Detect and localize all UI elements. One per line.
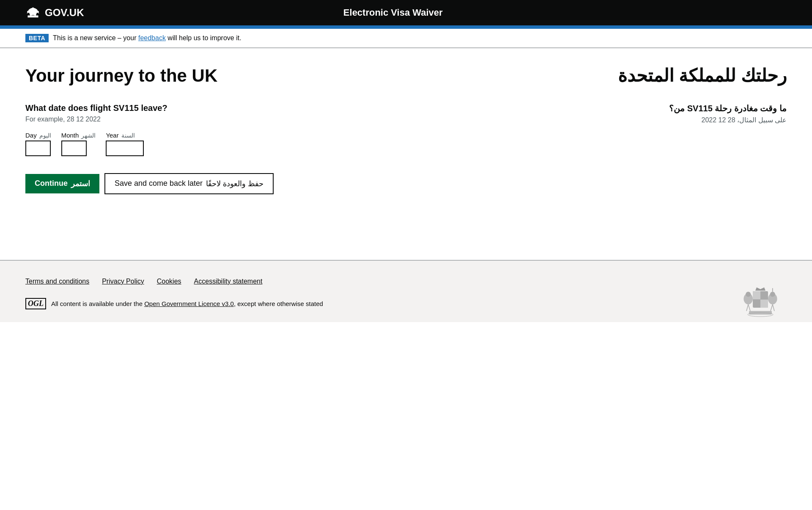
svg-line-14 [746, 304, 748, 311]
crown-icon [25, 6, 41, 19]
page-title-ar: رحلتك للمملكة المتحدة [575, 65, 787, 86]
svg-point-1 [32, 7, 33, 8]
save-button[interactable]: Save and come back later حفظ والعودة لاح… [104, 173, 274, 194]
buttons-row: Continue استمر Save and come back later … [25, 173, 279, 194]
ogl-logo: OGL [25, 298, 46, 309]
month-label: Month الشهر [61, 132, 96, 139]
svg-point-2 [27, 11, 28, 12]
page-title-en: Your journey to the UK [25, 65, 279, 86]
footer-link-privacy[interactable]: Privacy Policy [102, 278, 144, 285]
svg-line-16 [771, 304, 773, 311]
year-label: Year السنة [106, 132, 144, 139]
site-footer: Terms and conditions Privacy Policy Cook… [0, 260, 812, 322]
svg-rect-5 [753, 291, 760, 299]
year-field-group: Year السنة [106, 132, 144, 156]
beta-tag: BETA [25, 34, 49, 42]
svg-line-17 [773, 304, 774, 311]
footer-licence-text: All content is available under the Open … [51, 300, 323, 307]
day-field-group: Day اليوم [25, 132, 51, 156]
svg-rect-12 [749, 311, 772, 314]
beta-text: This is a new service – your feedback wi… [53, 34, 241, 42]
month-input[interactable] [61, 141, 87, 156]
blue-accent-bar [0, 25, 812, 29]
day-label: Day اليوم [25, 132, 51, 139]
ogl-link[interactable]: Open Government Licence v3.0 [144, 300, 234, 307]
main-content: Your journey to the UK What date does fl… [0, 48, 812, 260]
svg-point-10 [770, 292, 775, 297]
footer-bottom: OGL All content is available under the O… [25, 298, 787, 309]
footer-link-cookies[interactable]: Cookies [157, 278, 181, 285]
service-title: Electronic Visa Waiver [343, 7, 443, 18]
footer-link-accessibility[interactable]: Accessibility statement [194, 278, 263, 285]
crown-copyright: © Crown copyright [734, 273, 787, 322]
year-input[interactable] [106, 141, 144, 156]
svg-rect-0 [27, 15, 38, 17]
gov-uk-text: GOV.UK [45, 7, 84, 19]
feedback-link[interactable]: feedback [138, 34, 166, 41]
beta-text-before: This is a new service – your [53, 34, 138, 41]
question-label-en: What date does flight SV115 leave? [25, 103, 167, 113]
footer-link-terms[interactable]: Terms and conditions [25, 278, 89, 285]
beta-text-after: will help us to improve it. [166, 34, 241, 41]
date-fields: Day اليوم Month الشهر Year [25, 132, 279, 156]
gov-uk-logo[interactable]: GOV.UK [25, 6, 84, 19]
coat-of-arms-icon [735, 273, 786, 322]
svg-rect-6 [760, 300, 768, 308]
content-right: رحلتك للمملكة المتحدة ما وقت مغادرة رحلة… [575, 65, 787, 124]
question-label-ar: ما وقت مغادرة رحلة SV115 من؟ [575, 103, 787, 113]
day-input[interactable] [25, 141, 51, 156]
question-hint-en: For example, 28 12 2022 [25, 116, 279, 123]
svg-point-8 [746, 292, 751, 297]
footer-nav: Terms and conditions Privacy Policy Cook… [25, 278, 787, 285]
svg-point-3 [38, 11, 39, 12]
beta-banner: BETA This is a new service – your feedba… [0, 29, 812, 48]
svg-line-15 [748, 304, 750, 311]
site-header: GOV.UK Electronic Visa Waiver [0, 0, 812, 25]
month-field-group: Month الشهر [61, 132, 96, 156]
flight-date-fieldset: What date does flight SV115 leave? For e… [25, 103, 279, 173]
content-left: Your journey to the UK What date does fl… [25, 65, 279, 194]
question-hint-ar: على سبيل المثال، 28 12 2022 [575, 116, 787, 124]
continue-button[interactable]: Continue استمر [25, 174, 99, 193]
